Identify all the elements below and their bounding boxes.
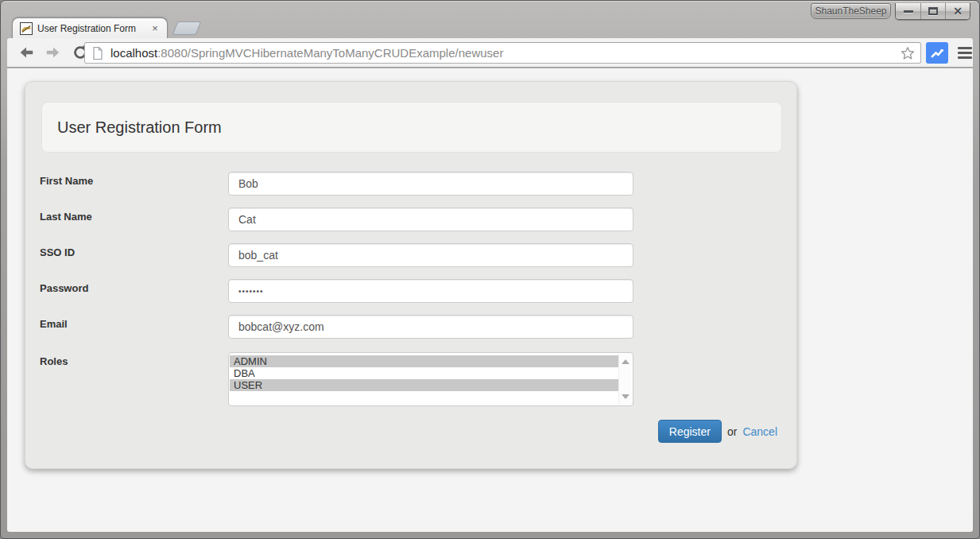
address-bar[interactable]: localhost:8080/SpringMVCHibernateManyToM…	[84, 42, 921, 64]
window-controls: ✕	[895, 3, 970, 20]
maximize-button[interactable]	[920, 3, 945, 19]
close-button[interactable]: ✕	[945, 3, 970, 19]
url-host: localhost	[110, 46, 157, 60]
first-name-label: First Name	[40, 175, 93, 187]
role-option-admin[interactable]: ADMIN	[230, 355, 618, 367]
role-option-dba[interactable]: DBA	[230, 367, 618, 379]
browser-toolbar: localhost:8080/SpringMVCHibernateManyToM…	[7, 38, 973, 68]
minimize-icon	[904, 10, 913, 13]
tab-user-registration-form[interactable]: User Registration Form ×	[12, 17, 168, 39]
password-label: Password	[40, 282, 88, 294]
last-name-field[interactable]	[228, 207, 633, 231]
form-header-panel: User Registration Form	[41, 102, 782, 153]
last-name-label: Last Name	[40, 211, 92, 223]
page-content: User Registration Form First Name Last N…	[7, 68, 973, 532]
page-title: User Registration Form	[57, 118, 222, 137]
password-field[interactable]	[228, 279, 633, 303]
profile-name-badge[interactable]: ShaunTheSheep	[811, 3, 891, 19]
tab-close-icon[interactable]: ×	[149, 23, 161, 34]
minimize-button[interactable]	[896, 3, 920, 19]
roles-scrollbar[interactable]	[618, 354, 632, 405]
tab-title: User Registration Form	[37, 23, 146, 34]
email-label: Email	[40, 318, 68, 330]
role-option-user[interactable]: USER	[230, 379, 618, 391]
sso-id-field[interactable]	[228, 243, 633, 267]
scroll-down-icon[interactable]	[622, 394, 629, 399]
url-path: :8080/SpringMVCHibernateManyToManyCRUDEx…	[157, 46, 503, 60]
roles-options: ADMIN DBA USER	[230, 354, 618, 405]
forward-button[interactable]	[42, 41, 64, 64]
register-button[interactable]: Register	[658, 420, 722, 443]
scroll-up-icon[interactable]	[622, 359, 629, 364]
roles-multiselect[interactable]: ADMIN DBA USER	[228, 352, 633, 406]
registration-card: User Registration Form First Name Last N…	[25, 81, 797, 469]
first-name-field[interactable]	[228, 172, 633, 196]
hamburger-icon	[958, 47, 972, 49]
extension-zigzag-icon	[929, 45, 945, 61]
maximize-icon	[928, 7, 938, 15]
or-text: or	[727, 425, 737, 438]
back-button[interactable]	[15, 41, 37, 64]
email-field[interactable]	[228, 315, 633, 339]
menu-button[interactable]	[953, 42, 977, 64]
roles-label: Roles	[40, 355, 68, 367]
close-icon: ✕	[953, 6, 963, 17]
browser-window: User Registration Form × ShaunTheSheep ✕	[0, 0, 980, 539]
form-actions: Register or Cancel	[658, 420, 777, 443]
url-text[interactable]: localhost:8080/SpringMVCHibernateManyToM…	[110, 46, 900, 60]
tab-favicon-icon	[20, 22, 33, 35]
back-icon	[17, 44, 35, 61]
titlebar[interactable]: User Registration Form × ShaunTheSheep ✕	[1, 1, 979, 38]
cancel-link[interactable]: Cancel	[742, 425, 777, 438]
bookmark-star-icon[interactable]	[900, 45, 916, 61]
forward-icon	[45, 44, 62, 61]
new-tab-button[interactable]	[172, 21, 202, 35]
extension-button[interactable]	[926, 42, 948, 64]
page-icon	[91, 46, 104, 60]
sso-id-label: SSO ID	[40, 246, 75, 258]
